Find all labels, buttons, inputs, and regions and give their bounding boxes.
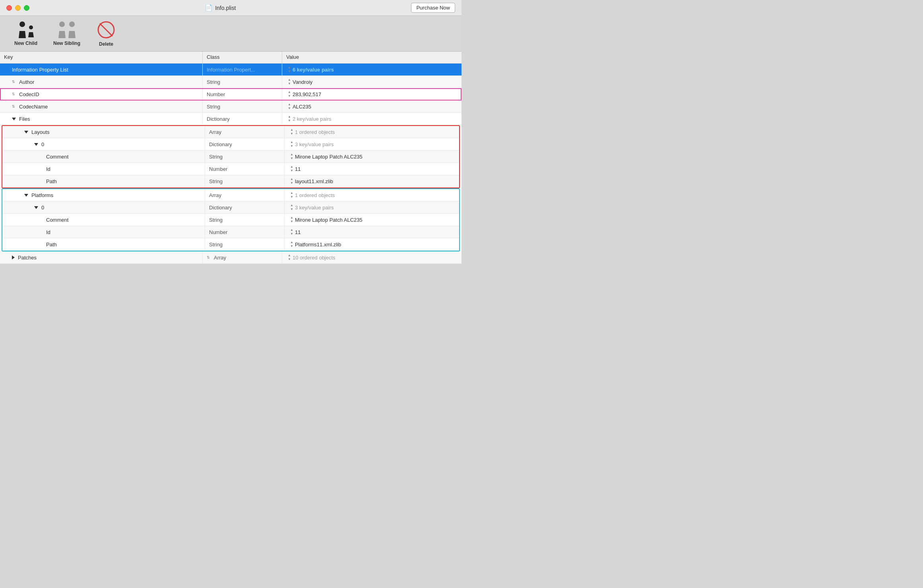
sibling-person-1 <box>58 21 66 38</box>
cell-class: String <box>203 76 282 88</box>
table-row[interactable]: 0 Dictionary ▲▼ 3 key/value pairs <box>2 138 459 151</box>
table-row[interactable]: Platforms Array ▲▼ 1 ordered objects <box>2 189 459 201</box>
cell-class: Dictionary <box>205 138 285 150</box>
table-row[interactable]: Patches ⇅ Array ▲▼ 10 ordered objects <box>0 251 462 264</box>
cell-class: String <box>205 214 285 226</box>
person-small <box>28 25 34 37</box>
delete-button[interactable]: Delete <box>88 18 124 49</box>
value-text: ALC235 <box>293 104 311 110</box>
class-text: Dictionary <box>209 141 232 147</box>
table-row[interactable]: ⇅ CodecName String ▲▼ ALC235 <box>0 101 462 113</box>
cell-value: ▲▼ 283,902,517 <box>282 88 462 100</box>
cell-class: String <box>205 238 285 250</box>
blue-outline-group: Platforms Array ▲▼ 1 ordered objects 0 D… <box>2 188 460 251</box>
key-text: CodecID <box>19 91 39 97</box>
cell-value: ▲▼ 2 key/value pairs <box>282 113 462 125</box>
expand-icon <box>34 206 38 209</box>
table-row[interactable]: Comment String ▲▼ Mirone Laptop Patch AL… <box>2 214 459 226</box>
cell-class: String <box>205 175 285 187</box>
new-child-button[interactable]: New Child <box>6 19 45 48</box>
class-text: Array <box>209 129 221 135</box>
cell-key: Id <box>2 226 205 238</box>
close-button[interactable] <box>6 5 12 11</box>
table-container: Key Class Value Information Property Lis… <box>0 52 462 264</box>
cell-key: Patches <box>0 251 203 263</box>
value-text: 1 ordered objects <box>295 129 335 135</box>
cell-key: ⇅ Author <box>0 76 203 88</box>
value-text: 10 ordered objects <box>293 255 335 261</box>
cell-value: ▲▼ 11 <box>285 163 459 175</box>
cell-key: Comment <box>2 151 205 162</box>
purchase-button[interactable]: Purchase Now <box>411 3 455 13</box>
new-sibling-button[interactable]: New Sibling <box>45 19 88 48</box>
column-headers: Key Class Value <box>0 52 462 64</box>
key-text: 0 <box>41 141 44 147</box>
cell-class: Number <box>205 226 285 238</box>
cell-value: ▲▼ Mirone Laptop Patch ALC235 <box>285 151 459 162</box>
table-row[interactable]: Id Number ▲▼ 11 <box>2 163 459 175</box>
class-text: String <box>209 217 223 223</box>
cell-value: ▲▼ 3 key/value pairs <box>285 201 459 213</box>
key-text: Layouts <box>31 129 50 135</box>
title-bar: 📄 Info.plist Purchase Now <box>0 0 462 16</box>
key-text: Comment <box>46 154 68 160</box>
delete-icon <box>97 21 115 39</box>
svg-line-1 <box>100 23 112 36</box>
cell-class: Information Propert... <box>203 64 282 75</box>
class-text: String <box>209 178 223 184</box>
table-row[interactable]: 0 Dictionary ▲▼ 3 key/value pairs <box>2 201 459 214</box>
table-row[interactable]: Layouts Array ▲▼ 1 ordered objects <box>2 126 459 138</box>
class-text: Dictionary <box>209 205 232 211</box>
key-text: Id <box>46 229 50 235</box>
value-text: Platforms11.xml.zlib <box>295 242 341 248</box>
table-row[interactable]: Information Property List Information Pr… <box>0 64 462 76</box>
value-text: Mirone Laptop Patch ALC235 <box>295 154 363 160</box>
key-text: Path <box>46 178 57 184</box>
col-class: Class <box>203 52 282 63</box>
cell-value: ▲▼ 6 key/value pairs <box>282 64 462 75</box>
value-text: 1 ordered objects <box>295 192 335 198</box>
cell-value: ▲▼ Vandroiy <box>282 76 462 88</box>
class-text: Dictionary <box>207 116 230 122</box>
table-row[interactable]: Id Number ▲▼ 11 <box>2 226 459 238</box>
key-text: Comment <box>46 217 68 223</box>
key-text: Platforms <box>31 192 53 198</box>
key-text: CodecName <box>19 104 48 110</box>
value-text: 3 key/value pairs <box>295 141 334 147</box>
class-text: Array <box>209 192 221 198</box>
cell-class: Number <box>205 163 285 175</box>
minimize-button[interactable] <box>15 5 21 11</box>
maximize-button[interactable] <box>24 5 29 11</box>
class-text: String <box>207 79 220 85</box>
key-text: Information Property List <box>12 67 68 73</box>
cell-key: 0 <box>2 201 205 213</box>
col-value: Value <box>282 52 462 63</box>
value-text: Mirone Laptop Patch ALC235 <box>295 217 363 223</box>
class-text: Information Propert... <box>207 67 255 73</box>
class-text: Number <box>209 166 227 172</box>
cell-key: Id <box>2 163 205 175</box>
cell-key: Path <box>2 175 205 187</box>
table-row[interactable]: Path String ▲▼ layout11.xml.zlib <box>2 175 459 188</box>
table-row[interactable]: Comment String ▲▼ Mirone Laptop Patch AL… <box>2 151 459 163</box>
cell-key: ⇅ CodecName <box>0 101 203 112</box>
cell-value: ▲▼ 10 ordered objects <box>282 251 462 263</box>
table-row[interactable]: ⇅ Author String ▲▼ Vandroiy <box>0 76 462 88</box>
new-child-icon <box>18 21 34 38</box>
window-controls <box>6 5 29 11</box>
value-text: 283,902,517 <box>293 91 321 97</box>
cell-key: Comment <box>2 214 205 226</box>
cell-class: Array <box>205 126 285 138</box>
key-text: Author <box>19 79 34 85</box>
table-row[interactable]: Files Dictionary ▲▼ 2 key/value pairs <box>0 113 462 125</box>
table-row[interactable]: Path String ▲▼ Platforms11.xml.zlib <box>2 238 459 251</box>
cell-key: Path <box>2 238 205 250</box>
cell-key: Files <box>0 113 203 125</box>
cell-key: Information Property List <box>0 64 203 75</box>
value-text: 11 <box>295 166 301 172</box>
table-row[interactable]: ⇅ CodecID Number ▲▼ 283,902,517 <box>0 88 462 101</box>
cell-value: ▲▼ Mirone Laptop Patch ALC235 <box>285 214 459 226</box>
value-text: Vandroiy <box>293 79 312 85</box>
cell-class: String <box>205 151 285 162</box>
class-text: String <box>209 154 223 160</box>
